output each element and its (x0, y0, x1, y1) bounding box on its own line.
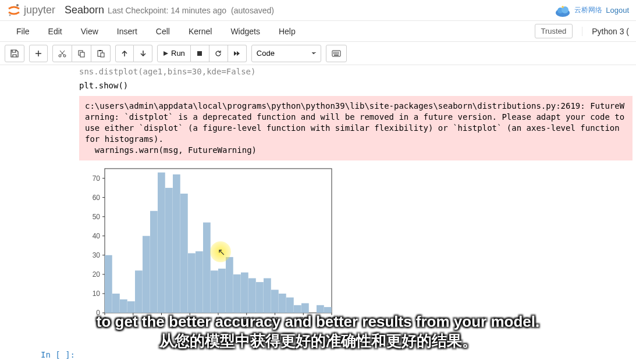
menubar: File Edit View Insert Cell Kernel Widget… (0, 21, 636, 42)
svg-rect-24 (105, 255, 112, 312)
move-down-button[interactable] (134, 45, 152, 62)
svg-rect-14 (333, 52, 335, 53)
chart-output: 01020304050607001020304050607080 ↖ (79, 164, 633, 327)
partner-logo-icon (555, 2, 571, 19)
svg-point-1 (9, 14, 11, 16)
svg-rect-47 (279, 294, 286, 313)
save-button[interactable] (5, 45, 24, 62)
svg-text:20: 20 (158, 316, 166, 324)
svg-rect-36 (196, 251, 203, 313)
play-icon (163, 51, 169, 56)
svg-rect-43 (248, 278, 256, 313)
copy-button[interactable] (72, 45, 91, 62)
input-prompt: In [ ]: (41, 350, 75, 359)
menu-widgets[interactable]: Widgets (221, 23, 269, 40)
scissors-icon (58, 49, 66, 58)
arrow-down-icon (140, 50, 147, 57)
restart-run-all-button[interactable] (228, 45, 247, 62)
menu-cell[interactable]: Cell (147, 23, 179, 40)
menu-edit[interactable]: Edit (39, 23, 72, 40)
kernel-name[interactable]: Python 3 ( (582, 27, 629, 36)
run-label: Run (171, 49, 185, 58)
move-up-button[interactable] (115, 45, 134, 62)
svg-rect-39 (218, 269, 226, 313)
svg-rect-35 (188, 253, 196, 313)
svg-rect-50 (301, 303, 309, 313)
trusted-badge[interactable]: Trusted (535, 24, 573, 38)
restart-button[interactable] (209, 45, 228, 62)
menu-help[interactable]: Help (269, 23, 305, 40)
svg-rect-20 (336, 53, 337, 54)
plus-icon (35, 50, 42, 57)
svg-rect-27 (127, 301, 135, 313)
notebook-area[interactable]: sns.distplot(age1,bins=30,kde=False) plt… (0, 65, 636, 364)
svg-rect-12 (197, 51, 202, 56)
svg-rect-10 (99, 50, 101, 51)
jupyter-logo[interactable]: jupyter (7, 3, 55, 17)
stop-icon (197, 51, 202, 56)
toolbar: Run Code (0, 42, 636, 65)
watermark-text: 云桥网络 (574, 5, 602, 15)
jupyter-logo-text: jupyter (24, 4, 55, 16)
svg-rect-42 (241, 272, 248, 312)
svg-text:50: 50 (243, 316, 251, 324)
notebook-name[interactable]: Seaborn (65, 4, 104, 16)
svg-point-0 (16, 4, 19, 6)
cell-type-select[interactable]: Code (251, 45, 321, 62)
keyboard-icon (332, 50, 341, 57)
svg-rect-33 (173, 174, 180, 313)
svg-text:80: 80 (328, 316, 335, 324)
svg-text:40: 40 (214, 316, 222, 324)
svg-rect-30 (150, 210, 158, 312)
paste-icon (97, 49, 105, 58)
svg-rect-49 (294, 305, 301, 312)
svg-rect-25 (112, 294, 120, 313)
header-right: 云桥网络 Logout (555, 2, 629, 19)
svg-rect-40 (226, 257, 233, 313)
run-button[interactable]: Run (157, 45, 191, 62)
svg-text:40: 40 (93, 231, 101, 240)
jupyter-icon (7, 3, 21, 17)
svg-text:20: 20 (93, 270, 101, 279)
svg-rect-17 (337, 52, 339, 53)
svg-text:10: 10 (93, 290, 101, 298)
svg-rect-48 (286, 297, 294, 312)
svg-rect-38 (211, 270, 218, 313)
svg-rect-45 (264, 278, 271, 313)
cut-button[interactable] (52, 45, 72, 62)
svg-text:60: 60 (93, 193, 101, 201)
svg-rect-29 (143, 235, 150, 312)
svg-rect-26 (120, 299, 127, 312)
svg-rect-18 (333, 53, 335, 54)
svg-text:30: 30 (93, 251, 101, 259)
stop-button[interactable] (191, 45, 209, 62)
menu-file[interactable]: File (7, 23, 39, 40)
add-cell-button[interactable] (29, 45, 48, 62)
checkpoint-label: Last Checkpoint: 14 minutes ago (108, 6, 226, 15)
svg-text:70: 70 (93, 174, 101, 182)
command-palette-button[interactable] (326, 45, 347, 62)
svg-rect-16 (336, 52, 337, 53)
svg-text:70: 70 (300, 316, 308, 324)
copy-icon (77, 49, 86, 58)
code-line-cut: sns.distplot(age1,bins=30,kde=False) (3, 65, 633, 79)
svg-rect-52 (317, 305, 324, 312)
svg-rect-11 (101, 53, 104, 57)
menu-insert[interactable]: Insert (108, 23, 147, 40)
menu-right: Trusted Python 3 ( (535, 24, 629, 38)
svg-text:0: 0 (103, 316, 107, 324)
logout-link[interactable]: Logout (606, 6, 629, 15)
svg-text:10: 10 (129, 316, 137, 324)
svg-rect-31 (158, 172, 165, 312)
svg-text:0: 0 (96, 309, 100, 317)
svg-rect-37 (203, 222, 211, 312)
svg-text:30: 30 (186, 316, 194, 324)
svg-rect-44 (256, 282, 264, 313)
svg-rect-15 (335, 52, 336, 53)
svg-text:60: 60 (271, 316, 279, 324)
menu-view[interactable]: View (72, 23, 108, 40)
menu-kernel[interactable]: Kernel (179, 23, 221, 40)
svg-rect-19 (335, 53, 336, 54)
histogram-chart: 01020304050607001020304050607080 (79, 164, 335, 327)
paste-button[interactable] (91, 45, 111, 62)
